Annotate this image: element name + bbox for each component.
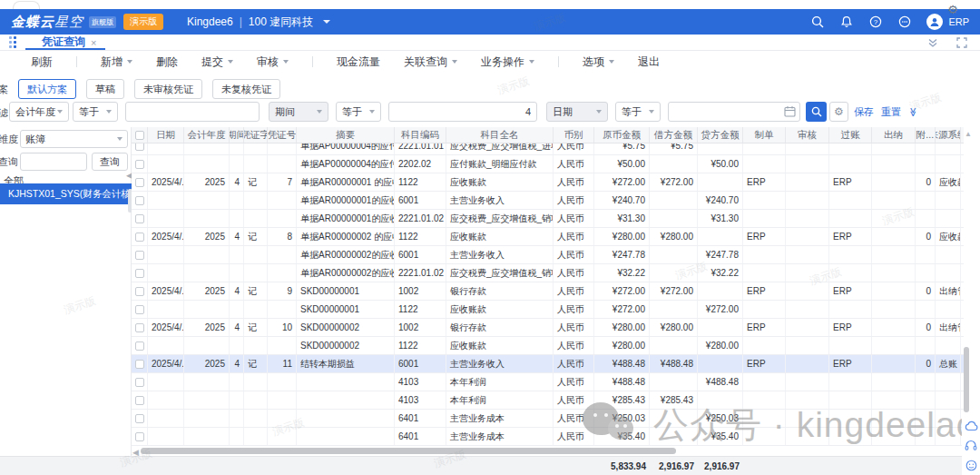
filter-op-3-select[interactable]: 等于 <box>615 102 661 122</box>
collapse-tabs-icon[interactable] <box>927 37 938 48</box>
scheme-button-未审核凭证[interactable]: 未审核凭证 <box>134 79 202 99</box>
scheme-button-未复核凭证[interactable]: 未复核凭证 <box>212 79 280 99</box>
tree-search-button[interactable]: 查询 <box>92 153 128 171</box>
filter-op-1-select[interactable]: 等于 <box>73 102 118 122</box>
search-button[interactable] <box>806 102 827 122</box>
column-header-借方金额[interactable]: 借方金额 <box>650 127 698 143</box>
toolbar-button-删除[interactable]: 删除 <box>156 54 178 70</box>
row-checkbox[interactable] <box>135 396 144 405</box>
column-header-贷方金额[interactable]: 贷方金额 <box>698 127 743 143</box>
filter-field-2-select[interactable]: 期间 <box>269 102 328 122</box>
filter-op-2-select[interactable]: 等于 <box>336 102 381 122</box>
toolbar-button-业务操作[interactable]: 业务操作 <box>481 54 534 70</box>
row-checkbox[interactable] <box>135 287 144 296</box>
column-header-原币金额[interactable]: 原币金额 <box>594 127 650 143</box>
notification-bell-icon[interactable] <box>839 15 853 29</box>
column-header-出纳[interactable]: 出纳 <box>872 127 916 143</box>
tree-node-selected[interactable]: KJHSTX01_SYS(财务会计核算体系) <box>0 183 132 204</box>
toolbar-button-关联查询[interactable]: 关联查询 <box>404 54 457 70</box>
row-checkbox-cell <box>132 192 148 209</box>
column-header-期间[interactable]: 期间 <box>230 127 244 143</box>
row-checkbox[interactable] <box>135 323 144 332</box>
toolbar-button-退出[interactable]: 退出 <box>638 54 660 70</box>
column-header-附...[interactable]: 附... <box>916 127 936 143</box>
table-row[interactable]: 单据AR00000001的应收单6001主营业务收入人民币¥240.70¥240… <box>132 192 964 210</box>
table-cell: 银行存款 <box>446 282 554 300</box>
row-checkbox[interactable] <box>135 143 144 151</box>
row-checkbox[interactable] <box>135 341 144 351</box>
table-row[interactable]: 4103本年利润人民币¥488.48¥488.48 <box>132 373 964 391</box>
table-row[interactable]: 2025/4/...20254记7单据AR00000001 的应收单1122应收… <box>132 173 964 192</box>
table-row[interactable]: 2025/4/...20254记10SKD000000021002银行存款人民币… <box>132 319 964 337</box>
toolbar-button-现金流量[interactable]: 现金流量 <box>337 54 380 70</box>
search-icon[interactable] <box>810 15 824 29</box>
account-switcher[interactable]: Kingdee6 | 100 逮同科技 <box>187 15 330 30</box>
filter-field-3-select[interactable]: 日期 <box>546 102 608 122</box>
save-scheme-link[interactable]: 保存 <box>854 105 874 119</box>
filter-field-1-select[interactable]: 会计年度 <box>9 102 69 122</box>
table-row[interactable]: 2025/4/...20254记11结转本期损益6001主营业务收入人民币¥48… <box>132 355 964 373</box>
row-checkbox[interactable] <box>135 432 144 441</box>
toolbar-button-审核[interactable]: 审核 <box>257 54 289 70</box>
row-checkbox-cell <box>132 228 148 245</box>
row-checkbox[interactable] <box>135 269 144 278</box>
column-header-凭证字[interactable]: 凭证字 <box>244 127 268 143</box>
column-header-过账[interactable]: 过账 <box>829 127 872 143</box>
toolbar-button-新增[interactable]: 新增 <box>101 54 132 70</box>
scheme-button-默认方案[interactable]: 默认方案 <box>18 79 76 99</box>
toolbar-button-选项[interactable]: 选项 <box>583 54 614 70</box>
column-header-来源系统[interactable]: 来源系统 <box>936 127 961 143</box>
toolbar-settings-gear-icon[interactable]: ⚙ <box>947 3 958 16</box>
select-all-checkbox[interactable] <box>135 131 144 140</box>
table-row[interactable]: 单据AP00000004的应付单2202.02应付账款_明细应付款人民币¥50.… <box>132 155 964 173</box>
filter-value-1-input[interactable] <box>125 102 260 122</box>
tree-search-input[interactable] <box>20 153 87 171</box>
table-row[interactable]: 单据AR00000001的应收单2221.01.02应交税费_应交增值税_销项税… <box>132 210 964 228</box>
row-checkbox[interactable] <box>135 178 144 187</box>
headset-support-icon[interactable] <box>965 440 977 451</box>
close-icon[interactable]: × <box>91 37 96 48</box>
help-icon[interactable]: ? <box>868 15 882 29</box>
column-header-科目全名[interactable]: 科目全名 <box>446 127 554 143</box>
row-checkbox[interactable] <box>135 233 144 242</box>
reset-link[interactable]: 重置 <box>881 105 901 119</box>
row-checkbox[interactable] <box>135 414 144 423</box>
feedback-icon[interactable] <box>897 15 911 29</box>
table-row[interactable]: 2025/4/...20254记9SKD000000011002银行存款人民币¥… <box>132 282 964 301</box>
row-checkbox[interactable] <box>135 214 144 223</box>
smiley-feedback-icon[interactable] <box>965 460 977 471</box>
toolbar-button-提交[interactable]: 提交 <box>201 54 233 70</box>
row-checkbox[interactable] <box>135 160 144 169</box>
table-row[interactable]: 2025/4/...20254记8单据AR00000002 的应收单1122应收… <box>132 228 964 246</box>
filter-value-2-input[interactable] <box>388 102 537 122</box>
table-cell <box>268 264 297 282</box>
table-row[interactable]: 单据AP00000004的应付单2221.01.01应交税费_应交增值税_进项税… <box>132 143 964 155</box>
column-header-审核[interactable]: 审核 <box>786 127 829 143</box>
tab-list-icon[interactable] <box>9 36 16 48</box>
calendar-icon[interactable] <box>784 105 796 117</box>
column-header-凭证号[interactable]: 凭证号 <box>268 127 297 143</box>
scheme-button-草稿[interactable]: 草稿 <box>86 79 124 99</box>
row-checkbox[interactable] <box>135 196 144 205</box>
filter-date-input[interactable] <box>668 102 800 122</box>
column-header-摘要[interactable]: 摘要 <box>297 127 395 143</box>
column-header-会计年度[interactable]: 会计年度 <box>184 127 230 143</box>
table-row[interactable]: 单据AR00000002的应收单6001主营业务收入人民币¥247.78¥247… <box>132 246 964 264</box>
cloud-icon[interactable] <box>965 421 978 431</box>
column-header-制单[interactable]: 制单 <box>743 127 786 143</box>
row-checkbox[interactable] <box>135 360 144 369</box>
column-header-日期[interactable]: 日期 <box>148 127 184 143</box>
fullscreen-icon[interactable] <box>956 37 967 48</box>
filter-settings-button[interactable]: ⚙ <box>829 102 848 122</box>
table-row[interactable]: SKD000000021122应收账款人民币¥280.00¥280.00 <box>132 337 964 355</box>
row-checkbox[interactable] <box>135 378 144 387</box>
column-header-币别[interactable]: 币别 <box>554 127 594 143</box>
row-checkbox[interactable] <box>135 305 144 314</box>
dimension-select[interactable]: 账簿 <box>20 130 128 148</box>
scroll-up-arrow-icon[interactable]: ▲ <box>965 130 972 138</box>
table-row[interactable]: SKD000000011122应收账款人民币¥272.00¥272.00 <box>132 301 964 319</box>
tab-voucher-query[interactable]: 凭证查询 × <box>38 35 100 50</box>
column-header-科目编码[interactable]: 科目编码 <box>395 127 446 143</box>
row-checkbox[interactable] <box>135 251 144 260</box>
toolbar-button-刷新[interactable]: 刷新 <box>31 54 53 70</box>
